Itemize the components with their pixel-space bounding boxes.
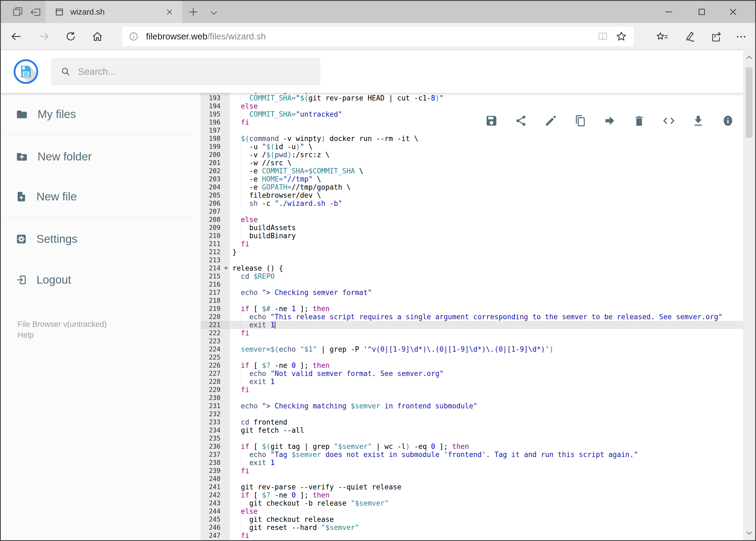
code-line[interactable]: 244 else <box>200 507 743 515</box>
sidebar-item-settings[interactable]: Settings <box>16 231 78 248</box>
line-number[interactable]: 196 <box>200 118 230 126</box>
line-number[interactable]: 245 <box>200 515 230 523</box>
code-line[interactable]: 199 -u "$(id -u)" \ <box>200 143 743 151</box>
line-number[interactable]: 247 <box>200 532 230 540</box>
code-line[interactable]: 232 <box>200 410 743 418</box>
code-line[interactable]: 235 <box>200 434 743 442</box>
code-line[interactable]: 216 <box>200 280 743 288</box>
code-line[interactable]: 242 if [ $? -ne 0 ]; then <box>200 491 743 499</box>
line-number[interactable]: 231 <box>200 402 230 410</box>
code-line[interactable]: 236 if [ $(git tag | grep "$semver" | wc… <box>200 442 743 450</box>
code-editor[interactable]: 192 if [ -d ".git" ]; then193 COMMIT_SHA… <box>200 93 743 540</box>
line-number[interactable]: 222 <box>200 329 230 337</box>
code-line[interactable]: 204 -e GOPATH=//tmp/gopath \ <box>200 183 743 191</box>
save-button[interactable] <box>485 114 498 127</box>
code-line[interactable]: 233 cd frontend <box>200 418 743 426</box>
line-number[interactable]: 218 <box>200 296 230 305</box>
code-line[interactable]: 193 COMMIT_SHA="$(git rev-parse HEAD | c… <box>200 94 743 102</box>
code-line[interactable]: 196 fi <box>200 118 743 126</box>
code-line[interactable]: 195 COMMIT_SHA="untracked" <box>200 110 743 118</box>
line-number[interactable]: 201 <box>200 159 230 167</box>
refresh-icon[interactable] <box>65 31 77 42</box>
tab-preview-icon[interactable] <box>12 6 24 18</box>
line-number[interactable]: 241 <box>200 483 230 491</box>
line-number[interactable]: 221 <box>200 321 230 329</box>
line-number[interactable]: 234 <box>200 426 230 434</box>
info-button[interactable] <box>721 114 734 127</box>
new-tab-icon[interactable] <box>187 6 199 18</box>
code-line[interactable]: 215 cd $REPO <box>200 272 743 280</box>
line-number[interactable]: 208 <box>200 216 230 224</box>
line-number[interactable]: 202 <box>200 167 230 175</box>
share-icon[interactable] <box>710 31 722 42</box>
code-line[interactable]: 201 -w //src \ <box>200 159 743 167</box>
code-line[interactable]: 237 echo "Tag $semver does not exist in … <box>200 450 743 459</box>
code-line[interactable]: 245 git checkout release <box>200 515 743 523</box>
sidebar-item-logout[interactable]: Logout <box>16 271 71 288</box>
code-line[interactable]: 212} <box>200 248 743 256</box>
code-line[interactable]: 197 <box>200 126 743 135</box>
code-line[interactable]: 213 <box>200 256 743 264</box>
line-number[interactable]: 215 <box>200 272 230 280</box>
code-line[interactable]: 234 git fetch --all <box>200 426 743 434</box>
code-line[interactable]: 203 -e HOME="//tmp" \ <box>200 175 743 183</box>
more-options-icon[interactable] <box>735 31 747 42</box>
code-line[interactable]: 238 exit 1 <box>200 459 743 467</box>
browser-tab[interactable]: wizard.sh <box>46 1 182 23</box>
code-line[interactable]: 224 semver=$(echo "$1" | grep -P '^v(0|[… <box>200 345 743 353</box>
code-line[interactable]: 246 git reset --hard "$semver" <box>200 523 743 532</box>
edit-button[interactable] <box>544 114 557 127</box>
code-line[interactable]: 211 fi <box>200 240 743 248</box>
line-number[interactable]: 238 <box>200 459 230 467</box>
line-number[interactable]: 205 <box>200 191 230 199</box>
web-notes-pen-icon[interactable] <box>683 31 695 42</box>
code-line[interactable]: 208 else <box>200 216 743 224</box>
file-browser-logo[interactable] <box>13 58 39 85</box>
code-line[interactable]: 227 echo "Not valid semver format. See s… <box>200 369 743 377</box>
code-line[interactable]: 223 <box>200 337 743 345</box>
code-line[interactable]: 241 git rev-parse --verify --quiet relea… <box>200 483 743 491</box>
code-line[interactable]: 214release () { <box>200 264 743 272</box>
line-number[interactable]: 225 <box>200 353 230 361</box>
code-line[interactable]: 206 sh -c "./wizard.sh -b" <box>200 199 743 208</box>
delete-button[interactable] <box>632 114 645 127</box>
code-lines[interactable]: 192 if [ -d ".git" ]; then193 COMMIT_SHA… <box>200 93 743 540</box>
code-line[interactable]: 229 fi <box>200 386 743 394</box>
line-number[interactable]: 198 <box>200 135 230 143</box>
scrollbar-thumb[interactable] <box>746 68 752 138</box>
code-line[interactable]: 231 echo "> Checking matching $semver in… <box>200 402 743 410</box>
code-line[interactable]: 217 echo "> Checking semver format" <box>200 288 743 296</box>
url-text[interactable]: filebrowser.web/files/wizard.sh <box>146 31 266 42</box>
line-number[interactable]: 213 <box>200 256 230 264</box>
line-number[interactable]: 230 <box>200 394 230 402</box>
line-number[interactable]: 216 <box>200 280 230 288</box>
line-number[interactable]: 237 <box>200 450 230 459</box>
line-number[interactable]: 226 <box>200 361 230 369</box>
code-line[interactable]: 207 <box>200 208 743 216</box>
page-scrollbar[interactable] <box>743 50 755 540</box>
code-line[interactable]: 225 <box>200 353 743 361</box>
line-number[interactable]: 206 <box>200 199 230 208</box>
line-number[interactable]: 232 <box>200 410 230 418</box>
line-number[interactable]: 204 <box>200 183 230 191</box>
code-line[interactable]: 228 exit 1 <box>200 377 743 386</box>
code-line[interactable]: 226 if [ $? -ne 0 ]; then <box>200 361 743 369</box>
code-line[interactable]: 240 <box>200 475 743 483</box>
hub-favorites-icon[interactable] <box>656 31 668 42</box>
download-button[interactable] <box>692 114 705 127</box>
line-number[interactable]: 242 <box>200 491 230 499</box>
back-icon[interactable] <box>10 31 22 42</box>
code-button[interactable] <box>662 114 675 127</box>
search-input[interactable] <box>78 66 320 77</box>
window-maximize-button[interactable] <box>691 1 713 23</box>
code-line[interactable]: 209 buildAssets <box>200 224 743 232</box>
site-info-icon[interactable] <box>128 31 139 42</box>
fold-arrow-icon[interactable] <box>224 267 228 270</box>
forward-icon[interactable] <box>38 31 50 42</box>
line-number[interactable]: 236 <box>200 442 230 450</box>
line-number[interactable]: 235 <box>200 434 230 442</box>
code-line[interactable]: 218 <box>200 296 743 305</box>
line-number[interactable]: 220 <box>200 313 230 321</box>
window-close-button[interactable] <box>722 1 744 23</box>
line-number[interactable]: 229 <box>200 386 230 394</box>
